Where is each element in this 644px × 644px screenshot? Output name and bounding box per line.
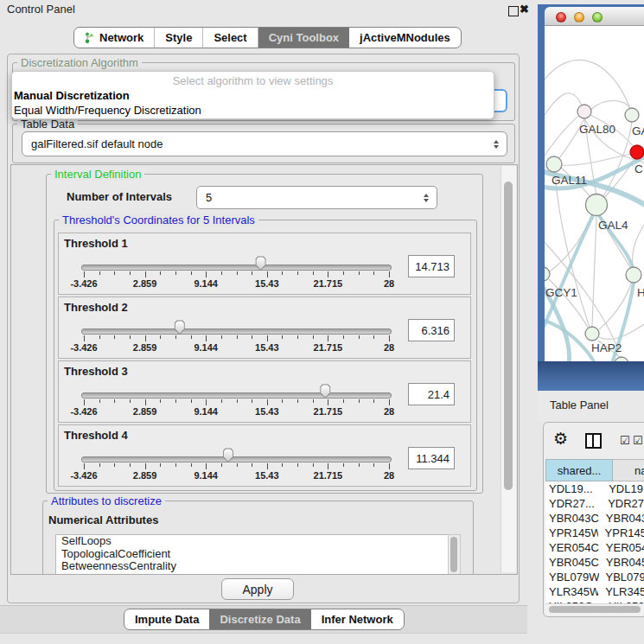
tick-mark (373, 463, 374, 467)
checkbox-icon[interactable]: ☑ (633, 434, 643, 447)
table-data-combobox[interactable]: galFiltered.sif default node (22, 131, 507, 156)
cell-shared-name: YDL19... (545, 481, 602, 496)
tab-select[interactable]: Select (203, 28, 258, 48)
slider-track[interactable] (81, 456, 392, 462)
dropdown-option-equal-width-frequency-discretization[interactable]: Equal Width/Frequency Discretization (14, 104, 201, 117)
network-edge[interactable] (599, 282, 632, 329)
tick-label: 2.859 (126, 342, 164, 353)
panel-vertical-scrollbar[interactable] (501, 166, 516, 572)
tab-jactivemnodules[interactable]: jActiveMNodules (349, 28, 461, 48)
table-row[interactable]: YBR043CYBR043C (545, 511, 644, 526)
threshold-value-field[interactable]: 21.4 (408, 383, 455, 405)
table-row[interactable]: YBL079WYBL079W (545, 570, 644, 584)
attribute-item-selfloops[interactable]: SelfLoops (56, 535, 449, 548)
network-edge[interactable] (561, 154, 631, 165)
thresholds-group: Threshold's Coordinates for 5 Intervals … (54, 220, 477, 491)
table-row[interactable]: YDL19...YDL19... (545, 481, 644, 496)
attribute-item-betweennesscentrality[interactable]: BetweennessCentrality (56, 560, 449, 573)
slider-track[interactable] (81, 265, 392, 271)
tick-mark (175, 271, 176, 275)
tick-mark (328, 399, 328, 405)
tick-mark (191, 463, 192, 467)
threshold-value-field[interactable]: 6.316 (408, 319, 455, 341)
network-node-gal-partial[interactable] (625, 108, 639, 122)
number-of-intervals-label: Number of Intervals (67, 190, 172, 203)
tab-discretize-data[interactable]: Discretize Data (209, 609, 310, 629)
tick-label: 15.43 (248, 406, 286, 417)
network-window-titlebar[interactable] (545, 7, 644, 26)
threshold-value-field[interactable]: 14.713 (408, 255, 455, 277)
table-row[interactable]: YLR345WYLR345W (545, 584, 644, 599)
cell-name: YLR345W (598, 584, 644, 599)
table-horizontal-scrollbar[interactable] (545, 603, 644, 615)
dropdown-option-manual-discretization[interactable]: Manual Discretization (14, 89, 130, 102)
cell-name: YDR27... (601, 496, 644, 511)
numerical-attributes-list[interactable]: SelfLoopsTopologicalCoefficientBetweenne… (55, 534, 450, 575)
network-node-hap2[interactable] (585, 327, 599, 341)
tick-mark (252, 335, 252, 339)
column-layout-icon[interactable] (585, 433, 602, 449)
column-header-name[interactable]: name (613, 459, 644, 481)
network-node-gal11[interactable] (546, 156, 562, 172)
network-node-h-node[interactable] (626, 267, 641, 283)
cell-name: YER054C (599, 540, 644, 555)
scrollbar-thumb[interactable] (549, 606, 641, 613)
threshold-label: Threshold 3 (64, 365, 128, 378)
tick-label: 2.859 (126, 470, 164, 481)
network-edge[interactable] (590, 100, 631, 110)
threshold-value-field[interactable]: 11.344 (408, 447, 455, 469)
network-node-red-node[interactable] (630, 145, 644, 159)
tab-impute-data[interactable]: Impute Data (124, 609, 209, 629)
network-edge[interactable] (545, 93, 582, 115)
network-edge[interactable] (633, 225, 644, 268)
network-edge[interactable] (545, 112, 583, 156)
tick-mark (99, 399, 100, 403)
tick-mark (114, 399, 115, 403)
close-icon[interactable]: ✖ (520, 2, 529, 17)
network-canvas[interactable]: GAL80GACGAL11GAL4GCY1HHAP2 (545, 26, 644, 361)
attributes-group: Attributes to discretize Numerical Attri… (42, 501, 474, 575)
table-row[interactable]: YPR145WYPR145W (545, 526, 644, 540)
tab-network[interactable]: Network (74, 28, 155, 48)
network-graph[interactable]: GAL80GACGAL11GAL4GCY1HHAP2 (545, 26, 644, 361)
tick-mark (373, 335, 374, 339)
table-row[interactable]: YDR27...YDR27... (545, 496, 644, 511)
tick-mark (297, 335, 298, 339)
number-of-intervals-combobox[interactable]: 5 (196, 186, 437, 209)
zoom-traffic-light-icon[interactable] (592, 12, 603, 22)
attribute-item-topologicalcoefficient[interactable]: TopologicalCoefficient (56, 548, 449, 561)
scrollbar-thumb[interactable] (504, 182, 513, 490)
slider-track[interactable] (81, 328, 392, 335)
tick-label: 9.144 (187, 278, 225, 289)
tab-label: Select (214, 31, 246, 44)
node-label-red-node: C (634, 163, 643, 175)
gear-icon[interactable]: ⚙ (553, 430, 568, 449)
checkbox-icon[interactable]: ☑ (620, 434, 630, 447)
tick-mark (297, 271, 298, 275)
table-row[interactable]: YBR045CYBR045C (545, 555, 644, 570)
tab-infer-network[interactable]: Infer Network (311, 609, 404, 629)
close-traffic-light-icon[interactable] (556, 12, 566, 22)
tab-style[interactable]: Style (155, 28, 203, 48)
tick-mark (191, 335, 192, 339)
tab-cyni-toolbox[interactable]: Cyni Toolbox (258, 28, 349, 48)
slider-track[interactable] (81, 392, 392, 399)
network-node-gal80[interactable] (577, 105, 591, 118)
tick-label: 15.43 (248, 342, 286, 353)
network-node-gcy1[interactable] (545, 267, 550, 281)
float-icon[interactable] (508, 6, 519, 16)
tick-mark (328, 335, 328, 341)
network-node-bottom-node[interactable] (615, 357, 628, 361)
apply-button[interactable]: Apply (221, 578, 294, 600)
scrollbar-thumb[interactable] (450, 537, 457, 572)
attributes-scrollbar[interactable] (448, 534, 461, 575)
tab-label: Infer Network (322, 613, 393, 626)
network-edge-highlighted[interactable] (545, 212, 595, 330)
minimize-traffic-light-icon[interactable] (574, 12, 584, 22)
tick-mark (252, 463, 252, 467)
table-data-group: Table Data galFiltered.sif default node (12, 124, 515, 163)
network-edge[interactable] (592, 216, 596, 327)
column-header-shared[interactable]: shared... (545, 459, 613, 481)
table-row[interactable]: YER054CYER054C (545, 540, 644, 555)
network-node-gal4[interactable] (586, 194, 608, 216)
